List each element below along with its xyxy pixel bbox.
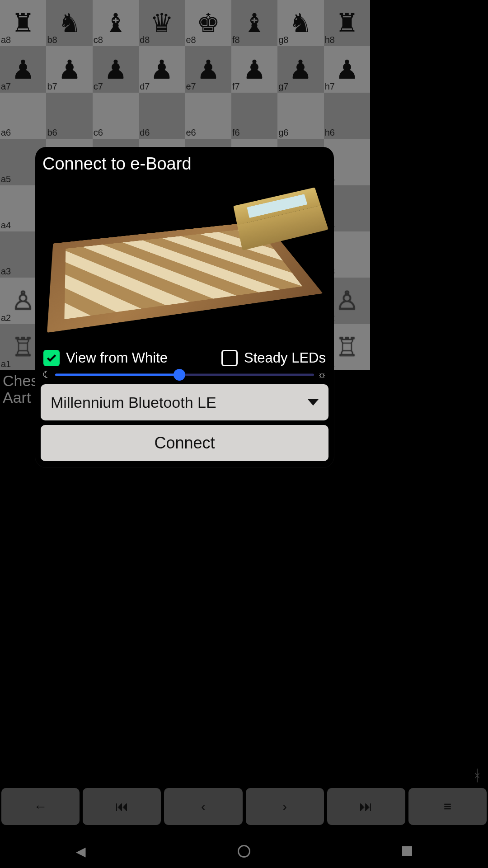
sun-icon: ☼	[318, 369, 327, 381]
coord-label: f6	[232, 127, 240, 138]
square-f6[interactable]: f6	[231, 93, 277, 139]
square-a6[interactable]: a6	[0, 93, 46, 139]
piece-bb[interactable]: ♝	[93, 0, 139, 46]
device-dropdown[interactable]: Millennium Bluetooth LE	[41, 384, 328, 420]
brightness-slider[interactable]	[55, 369, 314, 380]
piece-bp[interactable]: ♟	[324, 46, 370, 92]
square-e6[interactable]: e6	[185, 93, 231, 139]
brightness-slider-row: ☾ ☼	[41, 367, 328, 384]
device-dropdown-label: Millennium Bluetooth LE	[51, 394, 216, 411]
coord-label: a4	[1, 220, 11, 231]
piece-bp[interactable]: ♟	[46, 46, 92, 92]
piece-bp[interactable]: ♟	[93, 46, 139, 92]
square-e7[interactable]: e7♟	[185, 46, 231, 92]
square-d8[interactable]: d8♛	[139, 0, 185, 46]
coord-label: a6	[1, 127, 11, 138]
connect-eboard-dialog: Connect to e-Board View from White Stead…	[35, 147, 334, 467]
coord-label: e6	[186, 127, 196, 138]
connect-button[interactable]: Connect	[41, 425, 328, 461]
view-from-white-label: View from White	[66, 350, 168, 366]
piece-bp[interactable]: ♟	[0, 46, 46, 92]
square-f8[interactable]: f8♝	[231, 0, 277, 46]
piece-bb[interactable]: ♝	[231, 0, 277, 46]
coord-label: h6	[325, 127, 335, 138]
square-g6[interactable]: g6	[277, 93, 324, 139]
coord-label: d6	[140, 127, 150, 138]
square-h8[interactable]: h8♜	[324, 0, 370, 46]
piece-br[interactable]: ♜	[0, 0, 46, 46]
chevron-down-icon	[308, 399, 319, 406]
steady-leds-option[interactable]: Steady LEDs	[199, 350, 326, 366]
coord-label: b6	[47, 127, 57, 138]
view-from-white-option[interactable]: View from White	[43, 350, 170, 366]
steady-leds-checkbox[interactable]	[221, 350, 238, 366]
piece-bp[interactable]: ♟	[277, 46, 324, 92]
coord-label: a5	[1, 174, 11, 184]
square-b7[interactable]: b7♟	[46, 46, 92, 92]
moon-icon: ☾	[42, 369, 52, 381]
steady-leds-label: Steady LEDs	[244, 350, 326, 366]
piece-bk[interactable]: ♚	[185, 0, 231, 46]
view-from-white-checkbox[interactable]	[43, 350, 60, 366]
square-h7[interactable]: h7♟	[324, 46, 370, 92]
dialog-title: Connect to e-Board	[42, 154, 328, 174]
square-c8[interactable]: c8♝	[93, 0, 139, 46]
coord-label: a3	[1, 266, 11, 277]
square-a7[interactable]: a7♟	[0, 46, 46, 92]
eboard-product-image	[41, 178, 328, 345]
piece-bp[interactable]: ♟	[139, 46, 185, 92]
coord-label: g6	[278, 127, 288, 138]
square-f7[interactable]: f7♟	[231, 46, 277, 92]
square-b6[interactable]: b6	[46, 93, 92, 139]
square-b8[interactable]: b8♞	[46, 0, 92, 46]
piece-bn[interactable]: ♞	[46, 0, 92, 46]
piece-bp[interactable]: ♟	[231, 46, 277, 92]
square-a8[interactable]: a8♜	[0, 0, 46, 46]
square-g7[interactable]: g7♟	[277, 46, 324, 92]
square-c7[interactable]: c7♟	[93, 46, 139, 92]
coord-label: c6	[94, 127, 103, 138]
square-d6[interactable]: d6	[139, 93, 185, 139]
square-g8[interactable]: g8♞	[277, 0, 324, 46]
square-e8[interactable]: e8♚	[185, 0, 231, 46]
square-h6[interactable]: h6	[324, 93, 370, 139]
piece-bn[interactable]: ♞	[277, 0, 324, 46]
piece-bp[interactable]: ♟	[185, 46, 231, 92]
square-c6[interactable]: c6	[93, 93, 139, 139]
piece-bq[interactable]: ♛	[139, 0, 185, 46]
square-d7[interactable]: d7♟	[139, 46, 185, 92]
piece-br[interactable]: ♜	[324, 0, 370, 46]
